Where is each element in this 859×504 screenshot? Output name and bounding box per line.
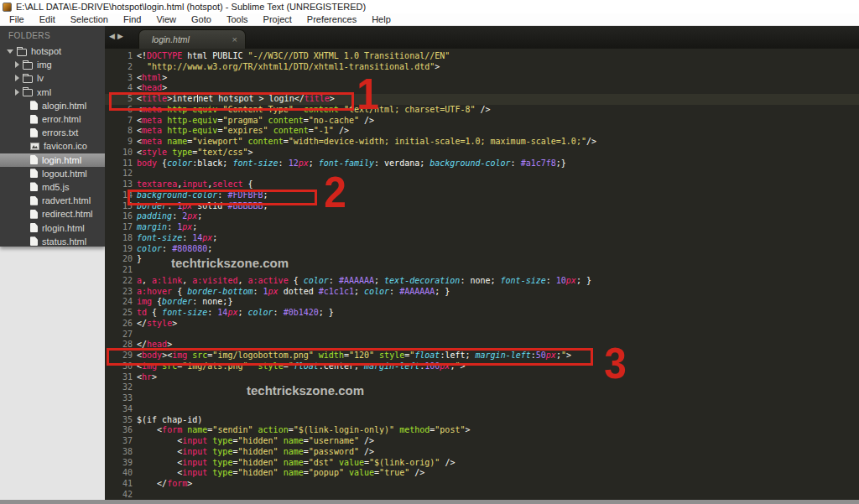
- code-line[interactable]: 40 <input type="hidden" name="popup" val…: [105, 468, 859, 479]
- code-line[interactable]: 41 </form>: [105, 479, 859, 490]
- sidebar-item-favicon-ico[interactable]: favicon.ico: [0, 139, 105, 153]
- code-token: "post": [435, 425, 465, 434]
- sidebar-item-md5-js[interactable]: md5.js: [0, 180, 105, 194]
- tab-scroll-right-icon[interactable]: ▶: [117, 32, 126, 40]
- code-line[interactable]: 8<meta http-equiv="expires" content="-1"…: [105, 126, 859, 137]
- line-number: 40: [105, 468, 133, 479]
- code-line[interactable]: 13textarea,input,select {: [105, 179, 859, 190]
- line-number: 22: [105, 276, 133, 287]
- collapse-triangle-icon[interactable]: [15, 61, 19, 68]
- code-token: px: [299, 158, 309, 168]
- code-line[interactable]: 37 <input type="hidden" name="username" …: [105, 436, 859, 447]
- menu-find[interactable]: Find: [116, 14, 148, 24]
- code-line[interactable]: 5<title>internet hotspot > login</title>: [105, 94, 859, 105]
- tab-close-icon[interactable]: ×: [232, 35, 237, 44]
- code-line[interactable]: 31<hr>: [105, 372, 859, 383]
- code-line[interactable]: 9<meta name="viewport" content="width=de…: [105, 137, 859, 148]
- menu-selection[interactable]: Selection: [63, 14, 116, 24]
- code-token: value: [349, 468, 374, 477]
- tab-scroll-arrows[interactable]: ◀▶: [109, 32, 126, 40]
- sidebar-item-label: login.html: [42, 155, 81, 165]
- code-line[interactable]: 36 <form name="sendin" action="$(link-lo…: [105, 425, 859, 436]
- sidebar-item-alogin-html[interactable]: alogin.html: [0, 99, 105, 112]
- menu-goto[interactable]: Goto: [184, 14, 219, 24]
- code-line[interactable]: 20}: [105, 254, 859, 265]
- line-number: 9: [105, 137, 133, 148]
- code-line[interactable]: 6<meta http-equiv="Content-Type" content…: [105, 105, 859, 116]
- code-line[interactable]: 11body {color:black; font-size: 12px; fo…: [105, 158, 859, 169]
- menu-view[interactable]: View: [148, 14, 184, 24]
- code-token: DOCTYPE: [147, 51, 182, 60]
- code-token: float: [414, 351, 440, 360]
- code-editor[interactable]: 1<!DOCTYPE html PUBLIC "-//W3C//DTD XHTM…: [105, 49, 859, 500]
- menu-preferences[interactable]: Preferences: [299, 14, 364, 24]
- code-line[interactable]: 32: [105, 382, 859, 393]
- code-token: color: [137, 244, 162, 253]
- sidebar-item-lv[interactable]: lv: [0, 71, 105, 85]
- menu-bar: FileEditSelectionFindViewGotoToolsProjec…: [0, 13, 859, 26]
- code-line[interactable]: 34: [105, 404, 859, 415]
- code-token: "-1": [314, 126, 334, 135]
- code-line[interactable]: 14background-color: #FDFBFB;: [105, 190, 859, 201]
- code-line[interactable]: 27: [105, 330, 859, 340]
- code-token: >: [172, 319, 177, 328]
- menu-project[interactable]: Project: [256, 14, 299, 24]
- code-line[interactable]: 10<style type="text/css">: [105, 148, 859, 158]
- code-line[interactable]: 12: [105, 169, 859, 179]
- file-icon: [30, 210, 38, 219]
- code-line[interactable]: 30<img src="img/ats.png" style="float:ce…: [105, 361, 859, 372]
- code-line[interactable]: 23a:hover { border-bottom: 1px dotted #c…: [105, 287, 859, 298]
- menu-edit[interactable]: Edit: [32, 14, 63, 24]
- sidebar-item-hotspot[interactable]: hotspot: [0, 44, 105, 58]
- sidebar-item-rlogin-html[interactable]: rlogin.html: [0, 221, 105, 234]
- code-line[interactable]: 1<!DOCTYPE html PUBLIC "-//W3C//DTD XHTM…: [105, 51, 859, 62]
- code-text: <head>: [133, 83, 167, 94]
- sidebar-item-errors-txt[interactable]: errors.txt: [0, 126, 105, 139]
- sidebar-item-redirect-html[interactable]: redirect.html: [0, 207, 105, 221]
- collapse-triangle-icon[interactable]: [15, 89, 19, 96]
- sidebar-item-label: alogin.html: [42, 101, 86, 111]
- code-token: background-color: [137, 190, 217, 200]
- code-line[interactable]: 29<body><img src="img/logobottom.png" wi…: [105, 351, 859, 361]
- code-line[interactable]: 28</head>: [105, 340, 859, 351]
- tab-login-html[interactable]: login.html ×: [138, 29, 246, 49]
- code-line[interactable]: 16padding: 2px;: [105, 211, 859, 222]
- sidebar-item-radvert-html[interactable]: radvert.html: [0, 194, 105, 207]
- code-line[interactable]: 25td { font-size: 14px; color: #0b1420; …: [105, 308, 859, 319]
- code-line[interactable]: 22a, a:link, a:visited, a:active { color…: [105, 276, 859, 287]
- code-line[interactable]: 24img {border: none;}: [105, 297, 859, 308]
- sidebar-item-xml[interactable]: xml: [0, 86, 105, 99]
- code-line[interactable]: 42: [105, 490, 859, 500]
- code-token: ;: [212, 233, 217, 242]
- menu-tools[interactable]: Tools: [219, 14, 256, 24]
- code-line[interactable]: 38 <input type="hidden" name="password" …: [105, 447, 859, 458]
- collapse-triangle-icon[interactable]: [15, 75, 19, 81]
- code-text: </head>: [133, 340, 172, 351]
- sidebar-item-login-html[interactable]: login.html: [0, 153, 105, 167]
- code-text: </form>: [133, 479, 192, 490]
- code-token: input: [182, 468, 207, 477]
- sidebar-item-error-html[interactable]: error.html: [0, 112, 105, 126]
- code-line[interactable]: 21: [105, 265, 859, 276]
- code-line[interactable]: 39 <input type="hidden" name="dst" value…: [105, 458, 859, 469]
- code-line[interactable]: 18font-size: 14px;: [105, 233, 859, 244]
- expand-triangle-icon[interactable]: [7, 49, 13, 54]
- sidebar-item-img[interactable]: img: [0, 58, 105, 71]
- code-line[interactable]: 7<meta http-equiv="pragma" content="no-c…: [105, 116, 859, 127]
- tab-scroll-left-icon[interactable]: ◀: [109, 32, 117, 40]
- code-token: name: [284, 447, 304, 456]
- code-line[interactable]: 2 "http://www.w3.org/TR/xhtml1/DTD/xhtml…: [105, 62, 859, 73]
- code-line[interactable]: 35$(if chap-id): [105, 415, 859, 426]
- code-line[interactable]: 4<head>: [105, 83, 859, 94]
- menu-file[interactable]: File: [2, 14, 32, 24]
- sidebar-item-status-html[interactable]: status.html: [0, 235, 105, 247]
- code-line[interactable]: 15border: 1px solid #BBBBBB;: [105, 201, 859, 212]
- sidebar-item-label: radvert.html: [42, 195, 91, 205]
- code-line[interactable]: 17margin: 1px;: [105, 222, 859, 233]
- sidebar-item-logout-html[interactable]: logout.html: [0, 167, 105, 180]
- code-line[interactable]: 19color: #808080;: [105, 244, 859, 255]
- code-line[interactable]: 33: [105, 393, 859, 404]
- code-line[interactable]: 26</style>: [105, 319, 859, 330]
- menu-help[interactable]: Help: [364, 14, 398, 24]
- code-line[interactable]: 3<html>: [105, 73, 859, 84]
